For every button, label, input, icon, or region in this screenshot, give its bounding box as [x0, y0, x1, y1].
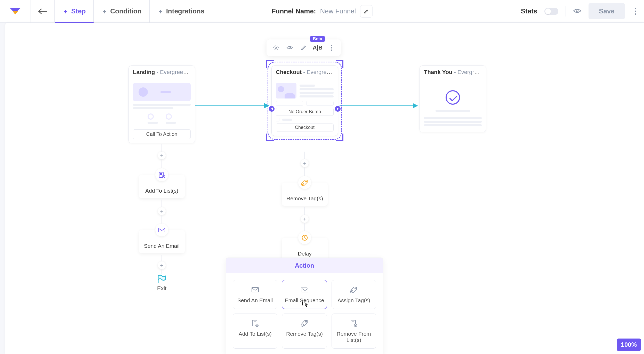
mail-icon [251, 285, 260, 294]
list-add-icon [155, 168, 168, 181]
step-cta: Call To Action [133, 129, 191, 139]
plus-icon: ＋ [62, 7, 69, 15]
preview-button[interactable] [573, 8, 581, 15]
step-thankyou-header: Thank You - Evergreen Tha... [420, 66, 486, 79]
app-logo [0, 0, 30, 23]
tab-integrations[interactable]: ＋ Integrations [150, 0, 213, 23]
add-below-button[interactable]: ＋ [158, 207, 166, 215]
svg-point-3 [275, 47, 277, 48]
plus-icon: ＋ [101, 7, 108, 15]
tab-integrations-label: Integrations [166, 7, 205, 15]
add-below-button[interactable]: ＋ [158, 261, 166, 269]
more-menu[interactable] [632, 8, 639, 15]
node-preview-button[interactable] [285, 43, 294, 52]
canvas[interactable]: Beta A|B Landing - Evergreen Lan... [5, 23, 644, 354]
node-edit-button[interactable] [299, 43, 308, 52]
no-bump-label: No Order Bump [276, 108, 334, 116]
svg-rect-17 [302, 288, 308, 292]
step-checkout-header: Checkout - Evergreen Che... [272, 66, 338, 79]
edit-name-button[interactable] [360, 5, 372, 18]
opt-send-email[interactable]: Send An Email [233, 280, 277, 309]
svg-marker-0 [10, 8, 20, 11]
plus-icon: ＋ [157, 7, 164, 15]
list-remove-icon [349, 319, 358, 328]
step-landing[interactable]: Landing - Evergreen Lan... Call To Actio… [128, 65, 195, 143]
add-below-button[interactable]: ＋ [301, 159, 309, 167]
ab-test-button[interactable]: A|B [313, 43, 322, 52]
clock-icon [298, 231, 311, 244]
tab-condition[interactable]: ＋ Condition [94, 0, 149, 23]
node-toolbar: Beta A|B [267, 39, 341, 56]
tab-condition-label: Condition [110, 7, 141, 15]
panel-title: Action [226, 258, 383, 273]
opt-assign-tags[interactable]: Assign Tag(s) [332, 280, 376, 309]
funnel-title: Funnel Name: New Funnel [272, 5, 373, 18]
checkout-label: Checkout [276, 124, 334, 131]
tag-remove-icon [298, 176, 311, 189]
exit-node: Exit [157, 274, 167, 292]
back-button[interactable] [30, 0, 55, 23]
list-add-icon [251, 319, 260, 328]
output-port[interactable] [335, 106, 341, 112]
beta-badge: Beta [310, 36, 325, 42]
svg-rect-11 [159, 228, 165, 232]
add-below-button[interactable]: ＋ [158, 152, 166, 159]
svg-point-2 [576, 10, 578, 12]
svg-rect-16 [252, 287, 259, 292]
node-add-to-lists[interactable]: Add To List(s) [139, 175, 185, 198]
svg-point-4 [289, 47, 291, 48]
tag-remove-icon [300, 319, 309, 328]
svg-point-18 [355, 288, 356, 289]
landing-chain: ＋ Add To List(s) ＋ Send An Email ＋ Exit [128, 144, 195, 309]
node-remove-tags[interactable]: Remove Tag(s) [282, 183, 328, 206]
check-icon [446, 90, 460, 105]
svg-point-24 [305, 321, 307, 322]
tab-step-label: Step [71, 7, 86, 15]
divider [566, 6, 566, 17]
funnel-name-label: Funnel Name: [272, 7, 316, 15]
mail-icon [155, 224, 168, 236]
node-send-email[interactable]: Send An Email [139, 230, 185, 253]
stats-toggle[interactable] [544, 8, 558, 15]
add-below-button[interactable]: ＋ [301, 215, 309, 223]
svg-point-12 [305, 181, 307, 182]
tab-step[interactable]: ＋ Step [55, 0, 94, 23]
zoom-indicator[interactable]: 100% [617, 339, 641, 351]
opt-remove-from-lists[interactable]: Remove From List(s) [332, 314, 376, 349]
right-controls: Stats Save [521, 3, 639, 19]
top-bar: ＋ Step ＋ Condition ＋ Integrations Funnel… [0, 0, 644, 23]
node-more-button[interactable] [327, 43, 336, 52]
mail-stack-icon [300, 285, 309, 294]
opt-add-to-lists[interactable]: Add To List(s) [233, 314, 277, 349]
save-button[interactable]: Save [589, 3, 625, 19]
node-settings-button[interactable] [271, 43, 280, 52]
step-thankyou[interactable]: Thank You - Evergreen Tha... [420, 65, 486, 132]
tag-add-icon [349, 285, 358, 294]
step-checkout[interactable]: Checkout - Evergreen Che... No Order Bum… [271, 65, 338, 136]
svg-marker-1 [13, 11, 18, 14]
opt-remove-tags[interactable]: Remove Tag(s) [282, 314, 327, 349]
pointer-icon [302, 300, 309, 307]
input-port[interactable] [269, 106, 275, 112]
funnel-name-value: New Funnel [320, 7, 356, 15]
step-landing-header: Landing - Evergreen Lan... [129, 66, 195, 79]
stats-label: Stats [521, 7, 537, 15]
